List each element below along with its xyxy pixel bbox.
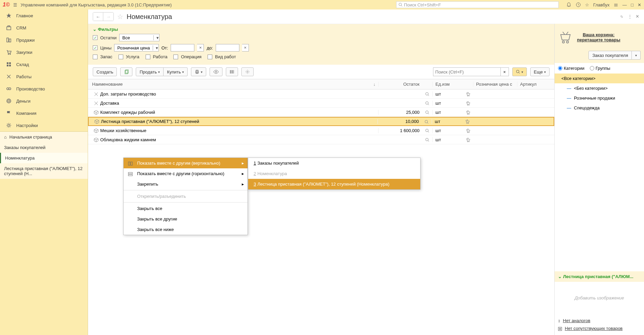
sidebar-item[interactable]: Производство — [0, 83, 88, 95]
table-row[interactable]: Лестница приставная ("АЛЮМЕТ"), 12 ступе… — [88, 117, 554, 126]
radio-categories[interactable]: Категории — [558, 66, 584, 71]
col-unit[interactable]: Ед.изм — [432, 82, 463, 87]
back-button[interactable]: ← — [93, 13, 103, 21]
filter-checkbox[interactable] — [146, 55, 150, 59]
order-button[interactable]: Заказ покупателя — [588, 51, 632, 60]
sidebar-item[interactable]: Деньги — [0, 95, 88, 107]
settings-icon[interactable] — [614, 2, 618, 7]
barcode-button[interactable] — [226, 67, 238, 76]
category-item[interactable]: —<Без категории> — [555, 83, 644, 93]
row-cart-icon[interactable] — [463, 100, 473, 106]
category-item[interactable]: <Все категории> — [555, 74, 644, 83]
price-checkbox[interactable]: ✓ — [93, 45, 98, 50]
create-button[interactable]: Создать — [93, 67, 117, 76]
user-label[interactable]: Главбух — [593, 2, 609, 7]
table-row[interactable]: Облицовка жидким камнем шт — [88, 135, 554, 144]
filter-checkbox[interactable] — [173, 55, 178, 59]
detail-header[interactable]: ⌄ Лестница приставная ("АЛЮМ... — [555, 271, 644, 282]
no-related-link[interactable]: Нет сопутствующих товаров — [558, 324, 641, 332]
filter-checkbox[interactable] — [208, 55, 212, 59]
close-page-icon[interactable]: ✕ — [636, 14, 639, 20]
category-item[interactable]: —Розничные продажи — [555, 93, 644, 103]
balance-select[interactable]: Все ▾ — [119, 34, 159, 41]
order-dropdown[interactable]: ▾ — [632, 51, 641, 60]
history-icon[interactable] — [576, 2, 581, 8]
secondary-nav-item[interactable]: ⌂Начальная страница — [0, 132, 88, 142]
price-select[interactable]: Розничная цена ▾ — [114, 44, 158, 51]
col-article[interactable]: Артикул — [517, 82, 554, 87]
sidebar-item[interactable]: CRM — [0, 22, 88, 34]
search-button[interactable]: ▾ — [512, 67, 527, 76]
balance-checkbox[interactable]: ✓ — [93, 35, 98, 40]
row-search-icon[interactable] — [422, 119, 432, 124]
table-row[interactable]: Мешки хозяйственные 1 600,000 шт — [88, 126, 554, 135]
clear-to-icon[interactable]: × — [242, 44, 249, 51]
secondary-nav-item[interactable]: Заказы покупателей — [0, 142, 88, 153]
radio-groups[interactable]: Группы — [590, 66, 610, 71]
col-price[interactable]: Розничная цена с — [473, 82, 517, 87]
price-from-input[interactable] — [171, 44, 194, 51]
filters-title[interactable]: ⌄ Фильтры — [93, 27, 550, 32]
price-to-input[interactable] — [216, 44, 239, 51]
row-search-icon[interactable] — [422, 110, 432, 115]
sidebar-item[interactable]: Работы — [0, 70, 88, 83]
favorite-icon[interactable]: ☆ — [117, 13, 123, 21]
maximize-icon[interactable]: □ — [631, 2, 634, 7]
dropdown-icon[interactable]: ▾ — [153, 45, 158, 50]
row-cart-icon[interactable] — [463, 137, 473, 142]
sell-button[interactable]: Продать ▾ — [136, 67, 164, 76]
clear-from-icon[interactable]: × — [197, 44, 204, 51]
close-icon[interactable]: ✕ — [638, 2, 641, 7]
dropdown-icon[interactable]: ▾ — [153, 35, 159, 40]
context-menu-item[interactable]: Закрепить▸ — [124, 179, 248, 189]
context-menu-item[interactable]: Закрыть все ниже — [124, 224, 248, 235]
secondary-nav-item[interactable]: Номенклатура — [0, 153, 88, 163]
context-menu-item[interactable]: Показать вместе с другим (вертикально)▸ — [124, 158, 248, 168]
submenu-item[interactable]: 3Лестница приставная ("АЛЮМЕТ"), 12 ступ… — [248, 179, 420, 189]
link-icon[interactable] — [619, 14, 624, 20]
row-search-icon[interactable] — [422, 91, 432, 97]
sidebar-item[interactable]: Склад — [0, 58, 88, 70]
secondary-nav-item[interactable]: Лестница приставная ("АЛЮМЕТ"), 12 ступе… — [0, 163, 88, 179]
sidebar-item[interactable]: Продажи — [0, 34, 88, 46]
row-search-icon[interactable] — [422, 137, 432, 142]
buy-button[interactable]: Купить ▾ — [164, 67, 188, 76]
submenu-item[interactable]: 1Заказы покупателей — [248, 158, 420, 168]
global-search[interactable]: Поиск Ctrl+Shift+F — [396, 1, 559, 8]
no-analog-link[interactable]: ↕Нет аналогов — [558, 317, 641, 324]
menu-icon[interactable]: ☰ — [13, 2, 17, 7]
clear-search-icon[interactable]: × — [501, 67, 509, 76]
sidebar-item[interactable]: Компания — [0, 107, 88, 119]
row-cart-icon[interactable] — [463, 128, 473, 133]
copy-button[interactable] — [120, 67, 132, 76]
filter-checkbox[interactable] — [93, 55, 98, 59]
context-menu-item[interactable]: Показать вместе с другим (горизонтально)… — [124, 168, 248, 179]
filter-checkbox[interactable] — [119, 55, 123, 59]
context-menu-item[interactable]: Закрыть все другие — [124, 214, 248, 224]
col-balance[interactable]: Остаток — [378, 82, 422, 87]
sidebar-item[interactable]: Настройки — [0, 119, 88, 131]
row-cart-icon[interactable] — [463, 91, 473, 97]
add-image[interactable]: Добавить изображение — [555, 282, 644, 314]
row-cart-icon[interactable] — [463, 109, 473, 115]
more-button[interactable]: Еще ▾ — [530, 67, 550, 76]
cart-text[interactable]: Ваша корзина: перетащите товары — [577, 32, 620, 42]
more-icon[interactable]: ⋮ — [628, 14, 632, 20]
bell-icon[interactable] — [566, 2, 572, 8]
sidebar-item[interactable]: Закупки — [0, 46, 88, 58]
row-search-icon[interactable] — [422, 128, 432, 133]
table-search-input[interactable] — [433, 67, 501, 76]
star-icon[interactable]: ☆ — [585, 2, 589, 7]
row-search-icon[interactable] — [422, 101, 432, 106]
sidebar-item[interactable]: Главное — [0, 9, 88, 22]
table-row[interactable]: Комплект одежды рабочий 25,000 шт — [88, 108, 554, 117]
table-row[interactable]: Доставка шт — [88, 99, 554, 108]
col-name[interactable]: Наименование↓ — [88, 82, 378, 87]
row-cart-icon[interactable] — [462, 119, 472, 124]
view-button[interactable] — [210, 67, 222, 76]
table-row[interactable]: Доп. затраты производство шт — [88, 89, 554, 99]
print-button[interactable]: ▾ — [191, 67, 206, 76]
category-item[interactable]: —Спецодежда — [555, 103, 644, 113]
forward-button[interactable]: → — [103, 13, 113, 21]
minimize-icon[interactable]: — — [622, 2, 627, 7]
